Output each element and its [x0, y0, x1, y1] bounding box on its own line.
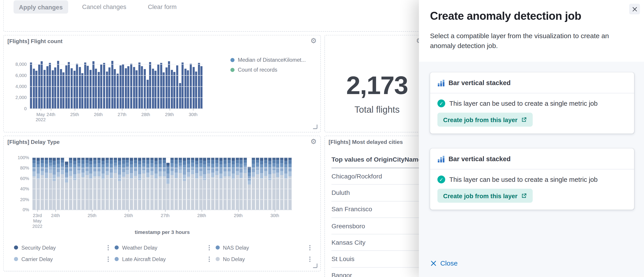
stacked-bar	[40, 158, 44, 210]
create-job-from-layer-button[interactable]: Create job from this layer	[438, 113, 533, 127]
bar-segment	[77, 158, 80, 160]
bar-segment	[191, 163, 194, 166]
legend-item[interactable]: Median of DistanceKilomet...	[230, 57, 306, 63]
check-circle-icon: ✓	[438, 176, 445, 183]
legend-options-icon[interactable]	[309, 245, 310, 246]
bar-segment	[44, 160, 48, 164]
legend-options-icon[interactable]	[108, 256, 109, 257]
bar-segment	[36, 161, 40, 164]
bar-segment	[264, 163, 267, 167]
apply-changes-button[interactable]: Apply changes	[14, 1, 68, 14]
create-job-from-layer-button[interactable]: Create job from this layer	[438, 189, 533, 203]
bar-segment	[183, 158, 186, 161]
bar-segment	[65, 177, 68, 182]
bar-segment	[154, 169, 158, 174]
legend-options-icon[interactable]	[208, 245, 210, 246]
bar-segment	[122, 168, 125, 172]
resize-handle[interactable]	[313, 263, 318, 268]
legend-item[interactable]: Carrier Delay	[14, 253, 110, 265]
bar-segment	[110, 168, 113, 173]
legend-options-icon[interactable]	[208, 256, 210, 257]
bar-segment	[256, 163, 259, 166]
y-axis-tick-label: 60%	[4, 176, 29, 181]
x-axis-tick-label: May2022	[36, 112, 46, 123]
bar-segment	[138, 158, 142, 161]
gear-icon[interactable]: ⚙	[310, 38, 316, 45]
bar-segment	[256, 174, 259, 210]
flight-count-legend: Median of DistanceKilomet...Count of rec…	[230, 57, 306, 77]
bar-segment	[102, 179, 105, 210]
legend-item[interactable]: Weather Delay	[115, 242, 210, 253]
bar-segment	[57, 164, 60, 168]
bar-segment	[106, 167, 109, 171]
bar-segment	[191, 170, 194, 174]
x-axis-tick-label: 26th	[124, 213, 133, 218]
legend-item[interactable]: No Delay	[216, 253, 311, 265]
flight-count-bars	[30, 55, 203, 108]
bar-segment	[268, 158, 271, 161]
create-anomaly-job-flyout: Create anomaly detection job Select a co…	[419, 0, 644, 277]
legend-item[interactable]: NAS Delay	[216, 242, 311, 253]
gridline	[32, 168, 292, 168]
bar-segment	[284, 161, 288, 164]
legend-item[interactable]: Security Delay	[14, 242, 110, 253]
bar-segment	[203, 174, 206, 180]
gear-icon[interactable]: ⚙	[310, 138, 316, 145]
close-flyout-link[interactable]: Close	[430, 259, 458, 267]
bar-segment	[53, 158, 56, 161]
bar-segment	[219, 174, 223, 179]
x-axis-tick	[51, 109, 51, 111]
layer-card-body: ✓This layer can be used to create a sing…	[430, 169, 634, 210]
bar-segment	[57, 168, 60, 172]
bar-segment	[57, 172, 60, 177]
legend-item[interactable]: Late Aircraft Delay	[115, 253, 210, 265]
bar-segment	[69, 158, 72, 160]
cancel-changes-button[interactable]: Cancel changes	[82, 3, 126, 10]
bar-vertical-stacked-icon	[438, 80, 445, 87]
close-icon[interactable]	[629, 4, 640, 14]
bar-segment	[89, 174, 92, 179]
bar-segment	[252, 172, 255, 177]
bar-segment	[122, 160, 125, 164]
x-axis-tick-label: 27th	[118, 112, 126, 117]
bar-segment	[288, 176, 292, 210]
clear-form-button[interactable]: Clear form	[148, 3, 176, 10]
bar	[84, 62, 86, 108]
bar-segment	[118, 169, 121, 175]
bar-segment	[211, 158, 214, 160]
layer-name: Bar vertical stacked	[448, 80, 510, 87]
bar-segment	[138, 161, 142, 164]
bar	[36, 71, 38, 108]
resize-handle[interactable]	[313, 125, 318, 129]
legend-color-dot	[230, 68, 234, 72]
bar-segment	[61, 163, 64, 166]
bar-segment	[69, 160, 72, 163]
bar-segment	[98, 171, 101, 176]
bar-segment	[272, 158, 276, 160]
legend-options-icon[interactable]	[108, 245, 109, 246]
bar-segment	[126, 163, 129, 166]
gridline	[32, 189, 292, 189]
bar-segment	[260, 173, 263, 178]
bar-segment	[276, 160, 280, 164]
legend-options-icon[interactable]	[309, 256, 310, 257]
bar-segment	[191, 174, 194, 210]
x-axis-title: timestamp per 3 hours	[135, 229, 190, 235]
bar-segment	[232, 179, 235, 210]
x-axis-tick-label: 27th	[161, 213, 170, 218]
bar-segment	[142, 170, 146, 173]
bar	[33, 69, 35, 109]
bar-segment	[199, 171, 202, 176]
bar	[68, 62, 70, 109]
layer-card-header: Bar vertical stacked	[430, 72, 634, 93]
flyout-body: Bar vertical stacked✓This layer can be u…	[419, 62, 644, 277]
x-axis-tick	[170, 109, 170, 111]
bar-segment	[146, 173, 150, 177]
x-axis-tick	[40, 109, 41, 111]
bar-segment	[199, 167, 202, 171]
bar-segment	[268, 180, 271, 210]
bar-segment	[171, 160, 174, 163]
table-column-header[interactable]: Top values of OriginCityName	[332, 156, 422, 163]
bar-segment	[248, 184, 251, 210]
legend-item[interactable]: Count of records	[230, 67, 306, 73]
